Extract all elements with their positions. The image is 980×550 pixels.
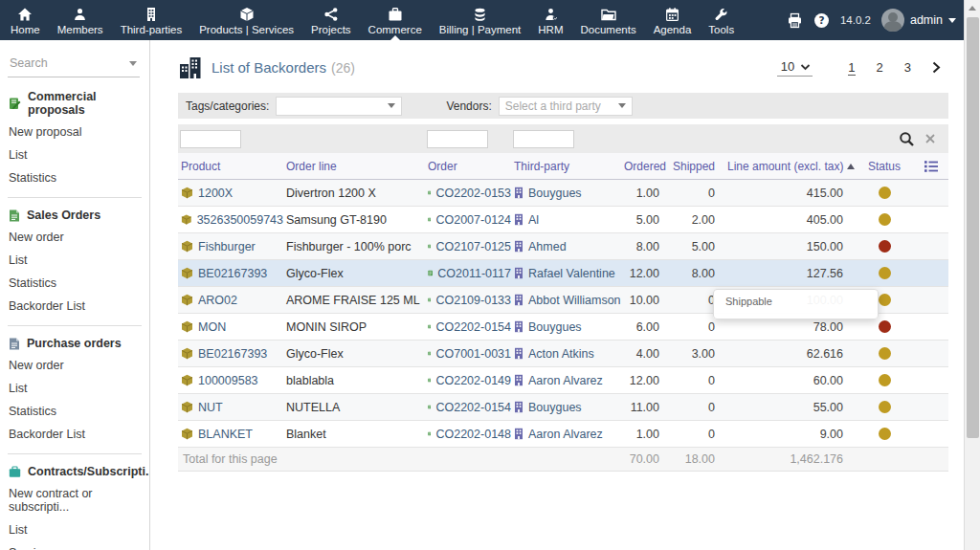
order-link[interactable]: CO2107-0125 [428, 240, 511, 253]
third-party-link[interactable]: Bouygues [514, 401, 621, 414]
third-party-link[interactable]: Aaron Alvarez [514, 428, 621, 441]
table-row[interactable]: BE02167393 Glyco-Flex CO7001-0031 Acton … [178, 341, 948, 367]
sidebar-item-services[interactable]: Services [0, 541, 149, 550]
order-link[interactable]: CO2011-0117 [428, 267, 511, 280]
vendors-filter-select[interactable]: Select a third party [499, 97, 633, 116]
product-link[interactable]: 1200X [181, 187, 283, 200]
table-row[interactable]: BLANKET Blanket CO2202-0148 Aaron Alvare… [178, 421, 948, 448]
order-link[interactable]: CO2202-0154 [428, 401, 511, 414]
sidebar-item-new-proposal[interactable]: New proposal [0, 121, 149, 143]
product-link[interactable]: BE02167393 [181, 267, 283, 280]
nav-item-home[interactable]: Home [2, 0, 49, 40]
table-row[interactable]: 1200X Divertron 1200 X CO2202-0153 Bouyg… [178, 180, 948, 207]
table-row-highlighted[interactable]: BE02167393 Glyco-Flex CO2011-0117 Rafael… [178, 260, 948, 287]
nav-item-billing-payment[interactable]: Billing | Payment [431, 0, 529, 40]
nav-item-projects[interactable]: Projects [302, 0, 360, 40]
nav-item-tools[interactable]: Tools [700, 0, 743, 40]
user-menu[interactable]: admin [881, 9, 956, 32]
product-link[interactable]: Fishburger [181, 240, 283, 253]
nav-item-label: Products | Services [199, 24, 294, 35]
page-title[interactable]: List of Backorders [212, 59, 326, 76]
product-filter-input[interactable] [180, 130, 241, 148]
nav-item-documents[interactable]: Documents [571, 0, 644, 40]
page-link-3[interactable]: 3 [904, 60, 911, 75]
product-link[interactable]: MON [181, 320, 283, 334]
sidebar-item-proposals-list[interactable]: List [0, 143, 149, 166]
table-row[interactable]: 100009583 blablabla CO2202-0149 Aaron Al… [178, 367, 948, 394]
col-header-ordered[interactable]: Ordered [621, 160, 669, 173]
sidebar-item-proposals-statistics[interactable]: Statistics [0, 166, 149, 189]
third-party-link[interactable]: Acton Atkins [514, 347, 621, 361]
help-icon[interactable]: ? [813, 12, 830, 29]
search-icon[interactable] [899, 131, 915, 147]
third-party-link[interactable]: Aaron Alvarez [514, 374, 621, 387]
order-link[interactable]: CO7001-0031 [428, 347, 511, 361]
sidebar-item-purchase-backorder-list[interactable]: Backorder List [0, 423, 149, 446]
order-filter-input[interactable] [427, 130, 488, 148]
product-link[interactable]: BLANKET [181, 428, 283, 441]
clear-filter-icon[interactable] [924, 133, 936, 144]
nav-item-commerce[interactable]: Commerce [360, 0, 431, 40]
order-link[interactable]: CO2202-0154 [428, 320, 511, 334]
thirdparty-filter-input[interactable] [513, 130, 574, 148]
table-row[interactable]: 3526350059743 Samsung GT-8190 CO2007-012… [178, 207, 948, 233]
col-header-order[interactable]: Order [425, 160, 511, 173]
order-link[interactable]: CO2202-0153 [428, 187, 511, 200]
product-link[interactable]: ARO02 [181, 294, 283, 307]
line-amount: 150.00 [724, 240, 858, 253]
sidebar-item-orders-statistics[interactable]: Statistics [0, 272, 149, 295]
third-party-link[interactable]: Al [514, 213, 621, 227]
col-header-product[interactable]: Product [178, 160, 283, 173]
page-link-1[interactable]: 1 [848, 60, 855, 76]
table-total-row: Total for this page 70.00 18.00 1,462.17… [178, 448, 948, 472]
table-row[interactable]: Fishburger Fishburger - 100% porc CO2107… [178, 233, 948, 260]
sidebar-item-new-order[interactable]: New order [0, 226, 149, 249]
nav-item-members[interactable]: Members [49, 0, 112, 40]
sidebar-section-purchase-orders[interactable]: Purchase orders [0, 326, 149, 354]
third-party-link[interactable]: Abbot Williamson [514, 294, 621, 307]
third-party-link[interactable]: Bouygues [514, 320, 621, 334]
scrollbar-up-arrow[interactable] [965, 0, 980, 16]
col-header-shipped[interactable]: Shipped [669, 160, 724, 173]
sidebar-section-commercial-proposals[interactable]: Commercial proposals [0, 79, 149, 121]
sidebar-search-select[interactable]: Search [8, 54, 140, 77]
order-link[interactable]: CO2007-0124 [428, 213, 511, 227]
nav-item-hrm[interactable]: HRM [529, 0, 571, 40]
nav-item-third-parties[interactable]: Third-parties [112, 0, 191, 40]
sidebar-item-new-contract[interactable]: New contract or subscripti... [0, 482, 149, 518]
vertical-scrollbar[interactable] [964, 0, 980, 550]
order-link[interactable]: CO2202-0149 [428, 374, 511, 387]
third-party-link[interactable]: Bouygues [514, 187, 621, 200]
product-link[interactable]: BE02167393 [181, 347, 283, 361]
order-link[interactable]: CO2109-0133 [428, 294, 511, 307]
page-link-2[interactable]: 2 [877, 60, 883, 75]
sidebar-item-purchase-orders-list[interactable]: List [0, 377, 149, 400]
nav-item-products-services[interactable]: Products | Services [190, 0, 302, 40]
sidebar-item-purchase-orders-statistics[interactable]: Statistics [0, 400, 149, 423]
product-link[interactable]: 3526350059743 [181, 213, 283, 227]
table-row[interactable]: NUT NUTELLA CO2202-0154 Bouygues 11.00 0… [178, 394, 948, 421]
tags-filter-select[interactable] [276, 97, 402, 116]
print-icon[interactable] [787, 12, 803, 29]
col-header-third-party[interactable]: Third-party [511, 160, 621, 173]
col-header-status[interactable]: Status [858, 160, 910, 173]
sidebar-section-sales-orders[interactable]: Sales Orders [0, 198, 149, 226]
product-link[interactable]: NUT [181, 401, 283, 414]
nav-item-agenda[interactable]: Agenda [645, 0, 701, 40]
sidebar-item-contracts-list[interactable]: List [0, 518, 149, 541]
sidebar-item-orders-list[interactable]: List [0, 249, 149, 272]
col-header-order-line[interactable]: Order line [283, 160, 425, 173]
column-selector-icon[interactable] [910, 160, 948, 173]
user-name: admin [910, 13, 943, 27]
third-party-link[interactable]: Ahmed [514, 240, 621, 253]
order-link[interactable]: CO2202-0148 [428, 428, 511, 441]
col-header-line-amount[interactable]: Line amount (excl. tax) [724, 160, 858, 173]
sidebar-item-orders-backorder-list[interactable]: Backorder List [0, 295, 149, 318]
scrollbar-thumb[interactable] [967, 17, 979, 438]
next-page-button[interactable] [929, 60, 943, 75]
sidebar-section-contracts[interactable]: Contracts/Subscripti... [0, 454, 149, 482]
page-size-select[interactable]: 10 [777, 58, 813, 77]
product-link[interactable]: 100009583 [181, 374, 283, 387]
sidebar-item-new-purchase-order[interactable]: New order [0, 354, 149, 377]
third-party-link[interactable]: Rafael Valentine [514, 267, 621, 280]
